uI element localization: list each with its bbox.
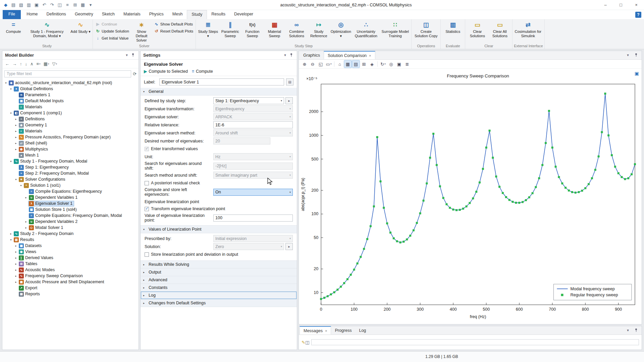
tree-node[interactable]: ▸∿Acoustic Modes (2, 267, 139, 273)
tree-node[interactable]: ≈Step 2: Frequency Domain, Modal (2, 170, 139, 176)
compact-history-icon[interactable]: ▣ (33, 1, 40, 9)
expand-arrow-icon[interactable]: ▸ (14, 275, 18, 278)
get-initial-value-button[interactable]: ↓Get Initial Value (94, 35, 130, 41)
toolbar-options-icon[interactable]: ▾ (87, 1, 94, 9)
tree-node[interactable]: ▦Solution Store 1 (sol4) (2, 206, 139, 213)
defined-by-study-step-select[interactable]: Step 1: Eigenfrequency▾ (213, 97, 284, 104)
messages-log-bar[interactable] (311, 339, 639, 345)
store-linearization-checkbox[interactable] (145, 252, 149, 257)
tab-results[interactable]: Results (207, 10, 230, 19)
minimize-button[interactable]: – (598, 0, 613, 10)
section-log[interactable]: ▸Log (141, 291, 297, 299)
panel-menu-icon[interactable]: ▾ (625, 328, 631, 333)
grid-icon[interactable]: ▦ (79, 1, 87, 9)
tree-node[interactable]: ▾●Global Definitions (2, 86, 139, 92)
expand-arrow-icon[interactable]: ▸ (14, 268, 18, 272)
refresh-icon[interactable]: ⟳ (133, 71, 137, 76)
panel-menu-icon[interactable]: ▾ (124, 53, 130, 57)
expand-arrow-icon[interactable]: ▸ (24, 220, 28, 223)
graphics-tab-solution-comparison[interactable]: Solution Comparison× (324, 51, 375, 59)
show-default-plots-button[interactable]: ∿Show Default Plots (153, 21, 194, 27)
section-output[interactable]: ▸Output (141, 268, 297, 276)
paste-icon[interactable]: ≡ (64, 1, 71, 9)
show-axes-icon[interactable]: ▤ (352, 60, 360, 68)
create-solution-copy-button[interactable]: ◫Create Solution Copy (413, 19, 439, 39)
messages-tab-progress[interactable]: Progress (331, 326, 355, 335)
tree-node[interactable]: ▸◇Modal Solver 1 (2, 225, 139, 231)
section-values-of-linearization-point[interactable]: ▾ Values of Linearization Point (141, 225, 297, 233)
messages-tab-messages[interactable]: Messages× (300, 326, 331, 335)
parametric-sweep-button[interactable]: ∥Parametric Sweep (219, 19, 241, 39)
tree-node[interactable]: ▸◉Views (2, 249, 139, 255)
zoom-box-icon[interactable]: ▭▾ (325, 60, 332, 68)
tree-node[interactable]: ▸◐Materials (2, 128, 139, 134)
collapse-arrow-icon[interactable]: ▾ (9, 112, 13, 115)
tree-node[interactable]: ▾∗Solver Configurations (2, 176, 139, 182)
tree-node[interactable]: ▸∑Derived Values (2, 255, 139, 261)
collapse-arrow-icon[interactable]: ▾ (9, 160, 13, 163)
undo-icon[interactable]: ↶ (41, 1, 48, 9)
tab-sketch[interactable]: Sketch (98, 10, 119, 19)
copy-log-icon[interactable]: ◫ (305, 340, 309, 345)
graphics-tab-graphics[interactable]: Graphics (300, 51, 324, 59)
compute-to-selected-button[interactable]: ▶ Compute to Selected (144, 69, 188, 74)
show-default-solver-button[interactable]: ∗Show Default Solver (131, 19, 152, 43)
filter-icon[interactable]: ▽▾ (52, 61, 57, 66)
tree-node[interactable]: ▾∿Study 1 - Frequency Domain, Modal (2, 158, 139, 164)
pin-icon[interactable] (633, 328, 639, 333)
collapse-all-icon[interactable]: ∧ (30, 61, 34, 66)
left-eigenvectors-select[interactable]: On▾ (213, 189, 293, 196)
collapse-arrow-icon[interactable]: ▾ (9, 87, 13, 90)
optimization-button[interactable]: ◎Optimization ▾ (330, 19, 352, 39)
file-tab[interactable]: File (3, 10, 21, 19)
tree-node[interactable]: ▾▥Results (2, 237, 139, 243)
tree-levels-icon[interactable]: ≡▾ (37, 61, 41, 66)
tree-node[interactable]: ▸∿Study 2 - Frequency Domain (2, 231, 139, 237)
expand-arrow-icon[interactable]: ▸ (14, 142, 18, 145)
tree-grid-icon[interactable]: ▦▾ (44, 61, 49, 66)
comsol-logo[interactable]: ◆ (2, 1, 9, 9)
study-steps-button[interactable]: ≣Study Steps ▾ (197, 19, 219, 39)
clear-solutions-button[interactable]: ▭Clear Solutions (467, 19, 488, 39)
clear-all-solutions-button[interactable]: ▭Clear All Solutions (489, 19, 511, 39)
show-frame-icon[interactable]: ⊞ (360, 60, 368, 68)
study-1-button[interactable]: ∿Study 1 - Frequency Domain, Modal ▾ (25, 19, 69, 39)
expand-arrow-icon[interactable]: ▸ (14, 244, 18, 247)
frequency-chart[interactable]: Frequency Sweep Comparison×10⁻⁵010020030… (299, 69, 642, 324)
close-icon[interactable]: × (369, 54, 371, 58)
label-input[interactable] (159, 78, 284, 85)
expand-arrow-icon[interactable]: ▸ (9, 232, 13, 235)
statistics-button[interactable]: ▥Statistics (442, 19, 464, 35)
go-to-source-button[interactable]: ▸ (285, 243, 293, 250)
tree-node[interactable]: ▤Reports (2, 291, 139, 297)
pin-icon[interactable] (130, 53, 136, 58)
pin-icon[interactable] (288, 53, 294, 58)
tree-node[interactable]: ▾=Solution 1 (sol1) (2, 182, 139, 188)
relative-tolerance-input[interactable] (213, 121, 293, 128)
tree-node[interactable]: ≡Compile Equations: Eigenfrequency (2, 188, 139, 194)
save-icon[interactable]: ▥ (25, 1, 33, 9)
zoom-in-icon[interactable]: ⊕ (301, 60, 308, 68)
tree-node[interactable]: ◐Materials (2, 104, 139, 110)
expand-arrow-icon[interactable]: ▸ (14, 130, 18, 133)
tab-definitions[interactable]: Definitions (42, 10, 70, 19)
default-view-icon[interactable]: ⌂ (336, 60, 343, 68)
section-general[interactable]: ▾ General (141, 88, 297, 96)
tree-node[interactable]: ▸uDependent Variables 2 (2, 219, 139, 225)
section-results-while-solving[interactable]: ▸Results While Solving (141, 260, 297, 268)
tree-node[interactable]: ▾◆acoustic_structure_interaction_modal_6… (2, 80, 139, 86)
tree-node[interactable]: ▸∿Frequency Sweep Comparison (2, 273, 139, 279)
tab-materials[interactable]: Materials (119, 10, 145, 19)
tab-study[interactable]: Study (187, 10, 207, 19)
combine-solutions-button[interactable]: ∞Combine Solutions (286, 19, 307, 39)
tree-node[interactable]: ▸▱Shell (shell) (2, 140, 139, 146)
tree-node[interactable]: ▸⊞Tables (2, 261, 139, 267)
expand-arrow-icon[interactable]: ▸ (14, 148, 18, 151)
tab-home[interactable]: Home (22, 10, 42, 19)
panel-menu-icon[interactable]: ▾ (282, 53, 288, 57)
go-to-source-button[interactable]: ▸ (285, 97, 293, 104)
function-sweep-button[interactable]: f(x)Function Sweep (241, 19, 263, 39)
reset-default-plots-button[interactable]: ↺Reset Default Plots (153, 28, 194, 34)
tree-node[interactable]: ▸◉Multiphysics (2, 146, 139, 152)
tree-node[interactable]: ▣Default Model Inputs (2, 98, 139, 104)
